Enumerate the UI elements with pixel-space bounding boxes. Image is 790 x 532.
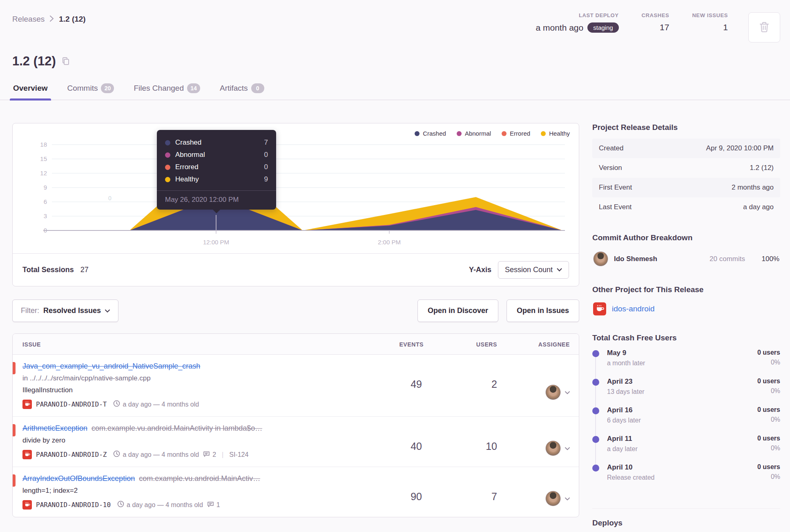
issue-title-link[interactable]: ArrayIndexOutOfBoundsException	[22, 474, 135, 483]
section-heading: Deploys	[592, 519, 780, 528]
svg-text:18: 18	[40, 141, 47, 148]
tooltip-guide-line	[216, 215, 216, 230]
clock-icon	[113, 400, 120, 409]
timeline-dot-icon	[592, 465, 599, 472]
section-heading: Project Release Details	[592, 123, 780, 132]
issue-row: ArrayIndexOutOfBoundsException com.examp…	[13, 467, 579, 517]
issue-comments: 2	[203, 451, 216, 459]
tab-artifacts[interactable]: Artifacts 0	[219, 81, 265, 100]
crashed-legend-dot	[415, 131, 420, 136]
yaxis-select[interactable]: Session Count	[498, 261, 569, 279]
assignee-avatar[interactable]	[545, 384, 561, 400]
assignee-cell	[497, 474, 571, 510]
issue-culprit: in ../../../../src/main/cpp/native-sampl…	[22, 374, 370, 382]
timeline-dot-icon	[592, 436, 599, 443]
errored-legend-dot	[502, 131, 507, 136]
open-in-discover-button[interactable]: Open in Discover	[417, 300, 498, 322]
stat-last-deploy-value: a month ago	[536, 23, 583, 33]
abnormal-legend-dot	[457, 131, 462, 136]
issue-age: a day ago — 4 months old	[113, 450, 199, 459]
svg-text:9: 9	[44, 184, 47, 191]
tab-artifacts-badge: 0	[251, 83, 264, 93]
release-overview-page: Releases 1.2 (12) LAST DEPLOY a month ag…	[0, 0, 790, 532]
assignee-cell	[497, 362, 571, 409]
detail-row: Version 1.2 (12)	[592, 158, 780, 178]
svg-text:6: 6	[44, 198, 47, 205]
tab-overview[interactable]: Overview	[12, 81, 49, 100]
author-avatar	[593, 251, 608, 266]
column-users: USERS	[424, 341, 497, 348]
topbar: Releases 1.2 (12) LAST DEPLOY a month ag…	[0, 0, 790, 42]
comment-icon	[207, 501, 214, 509]
chevron-right-icon	[49, 15, 54, 24]
tab-commits[interactable]: Commits 20	[67, 81, 115, 100]
stat-crashes-value: 17	[642, 22, 669, 32]
timeline-item: April 11 a day later 0 users 0%	[592, 435, 780, 463]
main-column: Crashed Abnormal Errored Healthy	[12, 123, 579, 517]
crashed-dot-icon	[165, 140, 170, 145]
chart-tooltip: Crashed 7 Abnormal 0 Errored 0	[157, 130, 276, 210]
legend-item-crashed[interactable]: Crashed	[415, 130, 446, 137]
release-details-section: Project Release Details Created Apr 9, 2…	[592, 123, 780, 217]
issue-comments: 1	[207, 501, 220, 509]
chevron-down-icon[interactable]	[565, 389, 570, 396]
release-version: 1.2 (12)	[12, 54, 56, 69]
author-name: Ido Shemesh	[614, 255, 657, 263]
other-project-link[interactable]: idos-android	[612, 304, 655, 313]
issue-filter-dropdown[interactable]: Filter: Resolved Issues	[12, 300, 118, 322]
release-details-table: Created Apr 9, 2020 10:00 PM Version 1.2…	[592, 139, 780, 217]
project-tag: PARANOID-ANDROID-Z	[36, 451, 107, 458]
assignee-avatar[interactable]	[545, 440, 561, 456]
tab-files-changed[interactable]: Files Changed 14	[133, 81, 201, 100]
chevron-down-icon[interactable]	[565, 495, 570, 502]
content: Crashed Abnormal Errored Healthy	[0, 100, 790, 532]
column-assignee: ASSIGNEE	[497, 341, 571, 348]
sidebar: Project Release Details Created Apr 9, 2…	[592, 123, 780, 532]
trash-icon	[759, 21, 770, 34]
issue-message: IllegalInstruction	[22, 386, 370, 394]
legend-item-healthy[interactable]: Healthy	[541, 130, 570, 137]
project-icon	[22, 450, 32, 459]
legend-item-errored[interactable]: Errored	[502, 130, 530, 137]
chart-legend: Crashed Abnormal Errored Healthy	[415, 130, 570, 137]
tooltip-row-healthy: Healthy 9	[165, 173, 268, 186]
open-in-issues-button[interactable]: Open in Issues	[507, 300, 579, 322]
tooltip-row-abnormal: Abnormal 0	[165, 149, 268, 161]
issues-table: ISSUE EVENTS USERS ASSIGNEE Java_com_exa…	[12, 333, 579, 517]
issue-short-id: SI-124	[229, 451, 248, 458]
issue-title-link[interactable]: ArithmeticException	[22, 424, 87, 433]
sessions-chart-card: Crashed Abnormal Errored Healthy	[12, 123, 579, 286]
legend-item-abnormal[interactable]: Abnormal	[457, 130, 491, 137]
issue-row: ArithmeticException com.example.vu.andro…	[13, 417, 579, 467]
issue-users-count: 7	[424, 474, 497, 510]
crash-free-section: Total Crash Free Users May 9 a month lat…	[592, 333, 780, 492]
svg-text:15: 15	[40, 155, 47, 162]
assignee-avatar[interactable]	[545, 491, 561, 506]
total-sessions-value: 27	[80, 266, 89, 274]
breadcrumb-releases-link[interactable]: Releases	[12, 15, 45, 24]
column-events: EVENTS	[370, 341, 424, 348]
timeline-dot-icon	[592, 407, 599, 414]
filter-row: Filter: Resolved Issues Open in Discover…	[12, 300, 579, 322]
page-title: 1.2 (12)	[12, 54, 790, 69]
sessions-chart-svg[interactable]: 0369121518012:00 PM2:00 PM	[13, 123, 579, 253]
svg-text:3: 3	[44, 212, 47, 219]
total-sessions-label: Total Sessions	[22, 266, 74, 274]
assignee-cell	[497, 424, 571, 459]
header-stats: LAST DEPLOY a month ago staging CRASHES …	[536, 12, 780, 42]
issue-message: divide by zero	[22, 436, 370, 445]
project-tag: PARANOID-ANDROID-10	[36, 501, 111, 509]
timeline-item: April 23 13 days later 0 users 0%	[592, 378, 780, 406]
clock-icon	[117, 501, 124, 509]
delete-release-button[interactable]	[748, 12, 780, 42]
healthy-legend-dot	[541, 131, 546, 136]
chevron-down-icon[interactable]	[565, 445, 570, 452]
chevron-down-icon	[105, 309, 110, 313]
breadcrumb: Releases 1.2 (12)	[12, 15, 86, 24]
issue-title-link[interactable]: Java_com_example_vu_android_NativeSample…	[22, 362, 200, 371]
stat-new-issues-value: 1	[692, 22, 728, 32]
tab-commits-badge: 20	[101, 83, 114, 93]
release-tabs: Overview Commits 20 Files Changed 14 Art…	[0, 81, 790, 100]
error-level-bar	[13, 474, 16, 487]
copy-icon[interactable]	[62, 57, 70, 66]
